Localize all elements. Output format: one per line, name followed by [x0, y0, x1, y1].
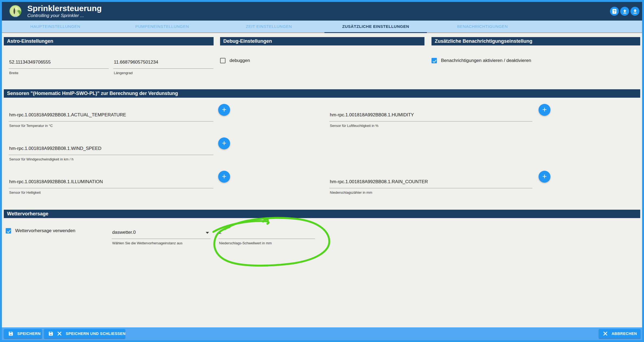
save-icon — [8, 331, 13, 336]
save-and-close-button[interactable]: SPEICHERN UND SCHLIESSEN — [44, 329, 125, 338]
notifications-checkbox[interactable] — [431, 58, 437, 63]
illumination-sensor-label: Sensor für Helligkeit — [9, 190, 213, 195]
wind-sensor-add-button[interactable]: + — [218, 137, 230, 149]
rain-threshold-label: Niederschlags-Schwellwert in mm — [218, 241, 315, 245]
forecast-instance-select[interactable]: daswetter.0 — [112, 226, 211, 239]
close-icon — [603, 331, 608, 336]
forecast-instance-label: Wählen Sie die Wettervorhersageinstanz a… — [112, 241, 211, 245]
footer-bar: SPEICHERN SPEICHERN UND SCHLIESSEN ABBRE… — [2, 327, 642, 340]
illumination-sensor-add-button[interactable]: + — [218, 171, 230, 183]
humidity-sensor-add-button[interactable]: + — [539, 104, 550, 116]
download-icon — [632, 9, 638, 14]
illumination-sensor-field: Sensor für Helligkeit — [9, 176, 213, 195]
humidity-sensor-label: Sensor für Luftfeuchtigkeit in % — [329, 124, 532, 128]
tab-bar: HAUPTEINSTELLUNGEN PUMPENEINSTELLUNGEN Z… — [2, 21, 642, 33]
temperature-sensor-field: Sensor für Temperatur in °C — [9, 109, 213, 128]
longitude-label: Längengrad — [113, 71, 213, 75]
humidity-sensor-input[interactable] — [329, 109, 532, 121]
help-button[interactable]: ? — [610, 7, 619, 16]
question-icon: ? — [612, 9, 616, 14]
upload-button[interactable] — [620, 7, 629, 16]
rain-sensor-label: Niederschlagszähler in mm — [329, 190, 532, 195]
forecast-instance-field: daswetter.0 Wählen Sie die Wettervorhers… — [112, 226, 211, 245]
latitude-label: Breite — [9, 71, 109, 75]
forecast-checkbox[interactable] — [6, 228, 11, 234]
close-icon — [57, 331, 62, 336]
temperature-sensor-add-button[interactable]: + — [218, 104, 230, 116]
latitude-field: Breite — [9, 56, 109, 75]
temperature-sensor-input[interactable] — [9, 109, 213, 121]
save-button[interactable]: SPEICHERN — [4, 329, 42, 338]
temperature-sensor-label: Sensor für Temperatur in °C — [9, 124, 213, 128]
rain-sensor-add-button[interactable]: + — [539, 171, 550, 183]
debug-checkbox[interactable] — [220, 58, 225, 63]
tab-haupteinstellungen[interactable]: HAUPTEINSTELLUNGEN — [2, 21, 109, 32]
sprinkler-logo-icon — [9, 5, 22, 18]
page-title: Sprinklersteuerung — [27, 4, 102, 13]
app-header: Sprinklersteuerung Controlling your Spri… — [2, 2, 642, 21]
humidity-sensor-field: Sensor für Luftfeuchtigkeit in % — [329, 109, 532, 128]
save-button-label: SPEICHERN — [17, 331, 41, 336]
longitude-input[interactable] — [113, 56, 213, 69]
tab-zusaetzliche-einstellungen[interactable]: ZUSÄTZLICHE EINSTELLUNGEN — [322, 21, 429, 32]
debug-checkbox-row[interactable]: debuggen — [220, 58, 250, 63]
chevron-down-icon — [206, 232, 209, 234]
debug-checkbox-label: debuggen — [230, 58, 250, 63]
tab-zeit-einstellungen[interactable]: ZEIT EINSTELLUNGEN — [215, 21, 322, 32]
forecast-checkbox-row[interactable]: Wettervorhersage verwenden — [6, 228, 75, 234]
rain-threshold-field: Niederschlags-Schwellwert in mm — [218, 226, 315, 245]
app-window: Sprinklersteuerung Controlling your Spri… — [0, 0, 644, 342]
download-button[interactable] — [630, 7, 639, 16]
cancel-button[interactable]: ABBRECHEN — [599, 329, 640, 338]
notifications-section-header: Zusätzliche Benachrichtigungseinstellung — [431, 37, 640, 45]
wind-sensor-field: Sensor für Windgeschwindigkeit in km / h — [9, 142, 213, 161]
wind-sensor-label: Sensor für Windgeschwindigkeit in km / h — [9, 157, 213, 161]
rain-sensor-input[interactable] — [329, 176, 532, 188]
debug-section-header: Debug-Einstellungen — [220, 37, 424, 45]
notifications-checkbox-row[interactable]: Benachrichtigungen aktivieren / deaktivi… — [431, 58, 531, 63]
wind-sensor-input[interactable] — [9, 142, 213, 155]
latitude-input[interactable] — [9, 56, 109, 69]
notifications-checkbox-label: Benachrichtigungen aktivieren / deaktivi… — [441, 58, 531, 63]
rain-threshold-input[interactable] — [218, 226, 315, 239]
cancel-button-label: ABBRECHEN — [612, 331, 637, 336]
illumination-sensor-input[interactable] — [9, 176, 213, 188]
astro-section-header: Astro-Einstellungen — [4, 37, 214, 45]
longitude-field: Längengrad — [113, 56, 213, 75]
forecast-checkbox-label: Wettervorhersage verwenden — [15, 228, 75, 234]
save-icon — [48, 331, 53, 336]
save-and-close-button-label: SPEICHERN UND SCHLIESSEN — [66, 331, 125, 336]
tab-pumpeneinstellungen[interactable]: PUMPENEINSTELLUNGEN — [109, 21, 215, 32]
page-subtitle: Controlling your Sprinkler ... — [27, 13, 102, 18]
forecast-section-header: Wettervorhersage — [4, 210, 640, 218]
rain-sensor-field: Niederschlagszähler in mm — [329, 176, 532, 195]
tab-benachrichtigungen[interactable]: BENACHRICHTIGUNGEN — [429, 21, 536, 32]
upload-icon — [622, 9, 628, 14]
sensors-section-header: Sensoren "(Homematic HmIP-SWO-PL)" zur B… — [4, 89, 640, 98]
forecast-instance-value: daswetter.0 — [112, 226, 211, 239]
